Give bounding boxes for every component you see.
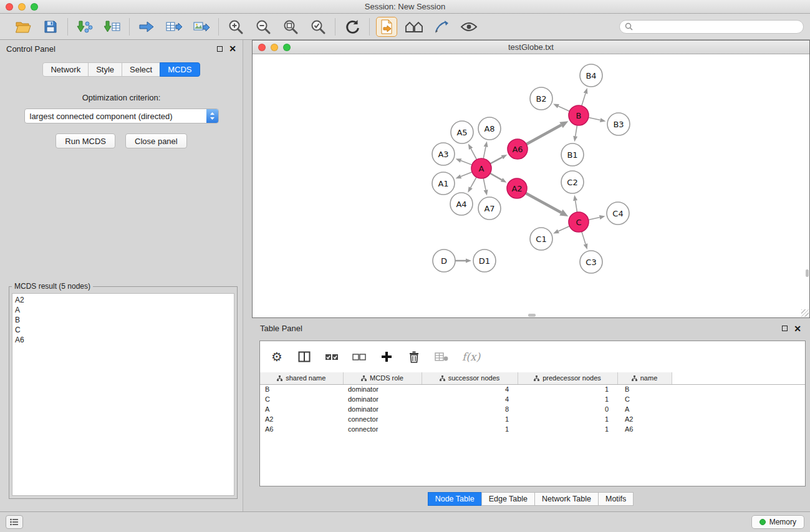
search-field[interactable]	[619, 20, 804, 34]
table-delete-icon	[435, 352, 448, 362]
table-row[interactable]: Adominator80A	[260, 404, 805, 414]
close-panel-button[interactable]: Close panel	[125, 133, 187, 148]
network-node-A1[interactable]: A1	[432, 172, 455, 195]
table-row[interactable]: Bdominator41B	[260, 384, 805, 394]
tab-network[interactable]: Network	[42, 62, 89, 77]
delete-column-button[interactable]	[407, 349, 421, 364]
refresh-icon	[344, 19, 360, 35]
table-cell: C	[617, 394, 672, 404]
network-node-C[interactable]: C	[569, 212, 589, 232]
run-mcds-button[interactable]: Run MCDS	[55, 133, 115, 148]
network-node-B3[interactable]: B3	[607, 113, 630, 135]
table-cell: 4	[422, 384, 518, 394]
select-all-button[interactable]	[325, 349, 339, 364]
open-session-button[interactable]	[12, 17, 34, 37]
float-table-panel-icon[interactable]	[782, 326, 788, 331]
tab-motifs[interactable]: Motifs	[598, 492, 634, 506]
export-image-icon	[193, 20, 210, 34]
network-node-C2[interactable]: C2	[561, 171, 584, 193]
network-node-C1[interactable]: C1	[530, 228, 552, 250]
table-row[interactable]: Cdominator41C	[260, 394, 805, 404]
tab-edge-table[interactable]: Edge Table	[481, 492, 535, 506]
table-settings-button[interactable]: ⚙	[270, 349, 284, 364]
column-header-predecessor-nodes[interactable]: predecessor nodes	[518, 372, 617, 384]
resize-grip[interactable]	[801, 309, 809, 317]
open-recent-document-button[interactable]	[376, 17, 397, 37]
close-table-panel-icon[interactable]: ✕	[794, 326, 801, 332]
node-label: A2	[511, 184, 522, 193]
refresh-button[interactable]	[342, 17, 363, 37]
column-header-mcds-role[interactable]: MCDS role	[343, 372, 422, 384]
column-header-shared-name[interactable]: shared name	[260, 372, 343, 384]
network-node-A5[interactable]: A5	[451, 121, 473, 143]
export-image-button[interactable]	[191, 17, 212, 37]
task-history-button[interactable]	[6, 515, 23, 529]
column-header-successor-nodes[interactable]: successor nodes	[422, 372, 518, 384]
export-network-icon	[138, 20, 155, 34]
network-node-B[interactable]: B	[569, 105, 589, 125]
validator-button[interactable]	[431, 17, 452, 37]
node-table: shared name MCDS role successor nodes pr…	[260, 372, 805, 434]
table-cell: B	[617, 384, 672, 394]
horizontal-scrollbar-thumb[interactable]	[528, 314, 536, 317]
open-folder-icon	[15, 20, 31, 34]
network-node-A[interactable]: A	[471, 158, 491, 178]
table-row[interactable]: A6connector11A6	[260, 424, 805, 434]
tab-mcds[interactable]: MCDS	[160, 62, 200, 77]
column-header-name[interactable]: name	[617, 372, 672, 384]
mcds-result-list[interactable]: A2ABCA6	[12, 293, 234, 496]
network-node-D[interactable]: D	[433, 249, 455, 272]
show-graphics-details-button[interactable]	[458, 17, 480, 37]
zoom-in-button[interactable]	[225, 17, 246, 37]
tab-network-table[interactable]: Network Table	[534, 492, 599, 506]
network-node-C3[interactable]: C3	[580, 251, 602, 273]
network-node-A3[interactable]: A3	[432, 143, 455, 165]
node-label: A3	[438, 150, 448, 159]
network-graph[interactable]: ABCA2A6A1A3A4A5A7A8B1B2B3B4C1C2C3C4DD1	[253, 54, 809, 317]
network-node-D1[interactable]: D1	[473, 249, 496, 272]
network-node-A7[interactable]: A7	[478, 197, 501, 220]
mcds-result-item: A2	[15, 295, 231, 305]
network-node-B1[interactable]: B1	[561, 143, 584, 166]
tab-select[interactable]: Select	[122, 62, 160, 77]
table-cell-filler	[672, 424, 805, 434]
network-node-C4[interactable]: C4	[607, 202, 629, 225]
network-node-A8[interactable]: A8	[478, 117, 501, 140]
table-row[interactable]: A2connector11A2	[260, 414, 805, 424]
network-node-A4[interactable]: A4	[450, 193, 473, 215]
node-label: A7	[484, 204, 494, 213]
export-table-button[interactable]	[163, 17, 185, 37]
export-network-button[interactable]	[136, 17, 157, 37]
application-window: Session: New Session	[0, 0, 810, 532]
add-column-button[interactable]	[380, 349, 393, 364]
import-table-button[interactable]	[102, 17, 123, 37]
tab-style[interactable]: Style	[88, 62, 122, 77]
float-panel-icon[interactable]	[217, 46, 223, 52]
save-session-button[interactable]	[40, 17, 61, 37]
table-cell: 1	[422, 414, 518, 424]
show-columns-button[interactable]	[297, 349, 311, 364]
search-input[interactable]	[636, 22, 798, 31]
function-builder-button[interactable]: f(x)	[462, 349, 480, 364]
network-canvas[interactable]: ABCA2A6A1A3A4A5A7A8B1B2B3B4C1C2C3C4DD1	[253, 54, 809, 317]
zoom-selected-button[interactable]	[307, 17, 329, 37]
tab-node-table[interactable]: Node Table	[428, 492, 482, 506]
criterion-select[interactable]: largest connected component (directed)	[24, 109, 219, 123]
network-node-B4[interactable]: B4	[580, 64, 602, 87]
zoom-fit-button[interactable]	[280, 17, 301, 37]
network-node-A2[interactable]: A2	[507, 178, 527, 198]
table-panel-title: Table Panel	[260, 324, 302, 333]
memory-button[interactable]: Memory	[751, 515, 804, 529]
vertical-scrollbar-thumb[interactable]	[806, 269, 809, 277]
show-hide-panels-button[interactable]	[403, 17, 425, 37]
attribute-icon	[277, 375, 282, 381]
delete-table-button[interactable]	[435, 349, 448, 364]
zoom-out-button[interactable]	[253, 17, 274, 37]
network-node-B2[interactable]: B2	[530, 87, 552, 110]
close-panel-icon[interactable]: ✕	[229, 46, 236, 52]
network-node-A6[interactable]: A6	[508, 139, 528, 159]
node-label: A8	[484, 124, 494, 133]
deselect-all-button[interactable]	[352, 349, 366, 364]
import-network-button[interactable]	[74, 17, 95, 37]
import-network-icon	[77, 20, 93, 34]
